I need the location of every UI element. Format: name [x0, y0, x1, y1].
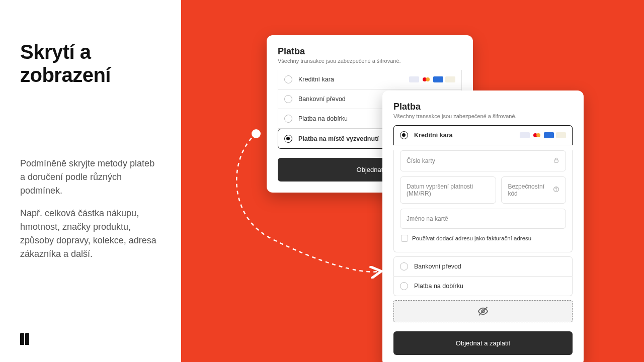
arrow-start-dot	[252, 129, 261, 138]
eye-off-icon	[477, 306, 489, 317]
option-cash-on-delivery[interactable]: Platba na dobírku	[393, 277, 573, 296]
card-number-input[interactable]: Číslo karty	[400, 150, 566, 171]
radio-icon	[400, 131, 408, 139]
placeholder: Bezpečnostní kód	[508, 183, 553, 197]
option-bank-transfer[interactable]: Bankovní převod	[393, 256, 573, 277]
option-label: Platba na místě vyzvednutí	[298, 135, 379, 142]
amex-icon	[544, 132, 554, 138]
radio-icon	[400, 282, 408, 290]
radio-icon	[284, 135, 292, 143]
card-subtitle: Všechny transakce jsou zabezpečené a šif…	[393, 113, 573, 119]
svg-rect-0	[554, 160, 558, 162]
option-credit-card[interactable]: Kreditní kara	[278, 70, 462, 89]
option-label: Platba na dobírku	[298, 115, 348, 122]
option-label: Kreditní kara	[298, 76, 334, 83]
cvc-input[interactable]: Bezpečnostní kód	[501, 176, 566, 204]
radio-icon	[284, 115, 292, 123]
radio-icon	[284, 75, 292, 83]
radio-icon	[284, 95, 292, 103]
order-and-pay-button[interactable]: Objednat a zaplatit	[393, 331, 573, 355]
lock-icon	[553, 157, 559, 165]
hidden-payment-method-slot	[393, 300, 573, 322]
description-1: Podmíněně skryjte metody plateb a doruče…	[20, 157, 161, 198]
placeholder: Jméno na kartě	[407, 215, 448, 222]
visa-icon	[520, 132, 530, 138]
page-title: Skrytí a zobrazení	[20, 40, 161, 86]
mastercard-icon	[532, 132, 542, 138]
card-brand-icons	[520, 132, 566, 138]
amex-icon	[433, 76, 443, 82]
cardholder-name-input[interactable]: Jméno na kartě	[400, 209, 566, 229]
svg-point-2	[556, 191, 556, 191]
visa-icon	[409, 76, 419, 82]
option-label: Platba na dobírku	[414, 283, 463, 290]
other-card-icon	[445, 76, 455, 82]
billing-same-as-shipping-checkbox[interactable]: Používat dodací adresu jako fakturační a…	[401, 235, 565, 242]
option-label: Kreditní kara	[414, 132, 452, 139]
card-brand-icons	[409, 76, 455, 82]
placeholder: Číslo karty	[407, 157, 435, 164]
radio-icon	[400, 262, 408, 270]
description-2: Např. celková částka nákupu, hmotnost, z…	[20, 207, 161, 261]
mastercard-icon	[421, 76, 431, 82]
option-label: Bankovní převod	[298, 96, 346, 103]
card-heading: Platba	[393, 102, 573, 112]
payment-card-front: Platba Všechny transakce jsou zabezpečen…	[382, 90, 584, 362]
option-credit-card[interactable]: Kreditní kara	[393, 125, 573, 145]
option-label: Bankovní převod	[414, 263, 461, 270]
checkbox-icon	[401, 235, 408, 242]
expiry-input[interactable]: Datum vypršení platnosti (MM/RR)	[400, 176, 496, 204]
hero-area: Platba Všechny transakce jsou zabezpečen…	[181, 0, 644, 362]
sidebar-info: Skrytí a zobrazení Podmíněně skryjte met…	[0, 0, 181, 362]
placeholder: Datum vypršení platnosti (MM/RR)	[407, 183, 490, 197]
other-card-icon	[556, 132, 566, 138]
brand-logo	[20, 333, 32, 347]
checkbox-label: Používat dodací adresu jako fakturační a…	[412, 235, 531, 241]
card-subtitle: Všechny transakce jsou zabezpečené a šif…	[278, 58, 462, 64]
card-heading: Platba	[278, 46, 462, 57]
help-icon	[553, 186, 559, 194]
